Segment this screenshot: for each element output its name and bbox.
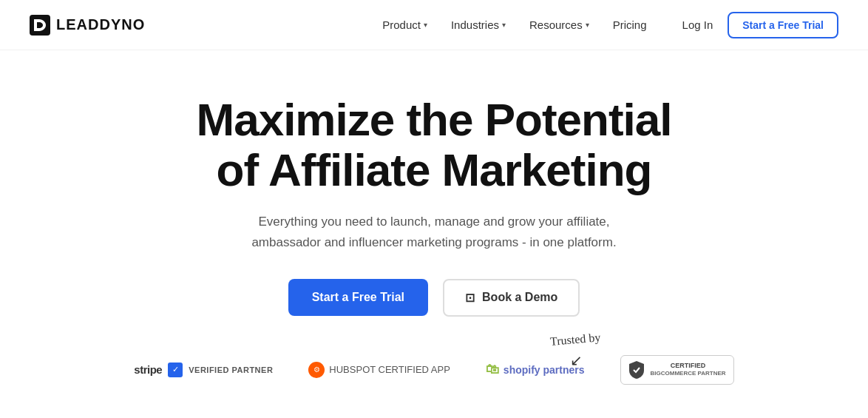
verified-checkmark-icon: ✓ [168,363,183,377]
certified-badge: CERTIFIED BigCommerce Partner [620,355,734,385]
hero-section: Maximize the Potential of Affiliate Mark… [0,50,868,418]
nav-pricing[interactable]: Pricing [613,18,647,31]
logo[interactable]: LEADDYNO [30,15,145,36]
navbar: LEADDYNO Product ▾ Industries ▾ Resource… [0,0,868,50]
hero-trial-button[interactable]: Start a Free Trial [288,279,428,316]
hubspot-badge: ⚙ HUBSPOT CERTIFIED APP [308,362,450,378]
hero-buttons: Start a Free Trial ⊡ Book a Demo [288,279,580,317]
arrow-icon: ↙ [570,351,583,369]
stripe-badge: stripe ✓ VERIFIED PARTNER [134,363,273,377]
calendar-icon: ⊡ [465,291,475,305]
hero-subtitle: Everything you need to launch, manage an… [242,212,626,252]
nav-actions: Log In Start a Free Trial [682,12,838,38]
nav-industries[interactable]: Industries ▾ [451,18,506,31]
login-button[interactable]: Log In [682,18,713,31]
chevron-down-icon: ▾ [502,21,506,29]
hero-demo-button[interactable]: ⊡ Book a Demo [443,279,580,317]
shield-icon [628,360,645,380]
nav-trial-button[interactable]: Start a Free Trial [728,12,838,38]
nav-product[interactable]: Product ▾ [382,18,427,31]
trusted-annotation: Trusted by [550,331,602,348]
trusted-section: Trusted by ↙ stripe ✓ VERIFIED PARTNER ⚙… [104,355,763,407]
chevron-down-icon: ▾ [586,21,589,29]
hero-title: Maximize the Potential of Affiliate Mark… [197,95,672,195]
hubspot-icon: ⚙ [308,362,325,378]
nav-links: Product ▾ Industries ▾ Resources ▾ Prici… [382,18,646,31]
shopify-icon: 🛍 [486,362,499,377]
nav-resources[interactable]: Resources ▾ [529,18,589,31]
chevron-down-icon: ▾ [424,21,427,29]
logo-text: LEADDYNO [56,16,145,33]
